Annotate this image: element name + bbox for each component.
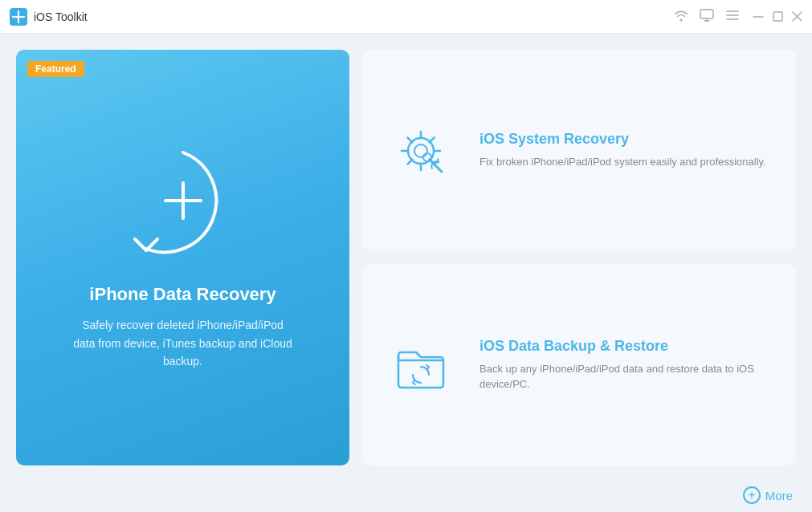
system-recovery-description: Fix broken iPhone/iPad/iPod system easil… bbox=[479, 154, 766, 170]
more-button[interactable]: + More bbox=[743, 486, 793, 504]
system-recovery-icon-container bbox=[385, 115, 457, 187]
app-title: iOS Toolkit bbox=[34, 10, 674, 23]
featured-badge: Featured bbox=[27, 61, 84, 77]
monitor-icon[interactable] bbox=[700, 9, 714, 25]
menu-icon[interactable] bbox=[725, 10, 740, 24]
restore-button[interactable] bbox=[772, 11, 783, 22]
featured-card-title: iPhone Data Recovery bbox=[89, 284, 275, 305]
bottom-bar: + More bbox=[0, 482, 812, 512]
svg-point-13 bbox=[414, 144, 427, 157]
svg-rect-3 bbox=[700, 10, 713, 18]
minimize-button[interactable] bbox=[753, 11, 764, 22]
more-circle-icon: + bbox=[743, 486, 761, 504]
backup-title: iOS Data Backup & Restore bbox=[479, 338, 773, 355]
featured-card-description: Safely recover deleted iPhone/iPad/iPod … bbox=[71, 316, 296, 370]
more-button-label: More bbox=[765, 489, 793, 502]
system-recovery-text: iOS System Recovery Fix broken iPhone/iP… bbox=[479, 131, 766, 170]
right-column: iOS System Recovery Fix broken iPhone/iP… bbox=[362, 50, 796, 465]
backup-icon-container bbox=[385, 329, 457, 401]
folder-refresh-icon bbox=[386, 330, 456, 400]
titlebar: iOS Toolkit bbox=[0, 0, 812, 34]
ios-system-recovery-card[interactable]: iOS System Recovery Fix broken iPhone/iP… bbox=[362, 50, 796, 251]
svg-point-15 bbox=[423, 153, 431, 161]
ios-data-backup-card[interactable]: iOS Data Backup & Restore Back up any iP… bbox=[362, 264, 796, 465]
wifi-icon[interactable] bbox=[674, 9, 688, 25]
svg-rect-8 bbox=[773, 12, 782, 21]
app-logo bbox=[10, 8, 27, 26]
cards-grid: Featured iPhone Data Recovery Safely rec… bbox=[16, 50, 796, 465]
window-controls bbox=[753, 11, 802, 22]
main-content: Featured iPhone Data Recovery Safely rec… bbox=[0, 34, 812, 482]
data-recovery-icon bbox=[119, 136, 247, 265]
titlebar-icons bbox=[674, 9, 740, 25]
system-recovery-title: iOS System Recovery bbox=[479, 131, 766, 148]
close-button[interactable] bbox=[791, 11, 802, 22]
gear-wrench-icon bbox=[386, 116, 456, 186]
backup-text: iOS Data Backup & Restore Back up any iP… bbox=[479, 338, 773, 392]
iphone-data-recovery-card[interactable]: Featured iPhone Data Recovery Safely rec… bbox=[16, 50, 349, 465]
backup-description: Back up any iPhone/iPad/iPod data and re… bbox=[479, 361, 773, 392]
